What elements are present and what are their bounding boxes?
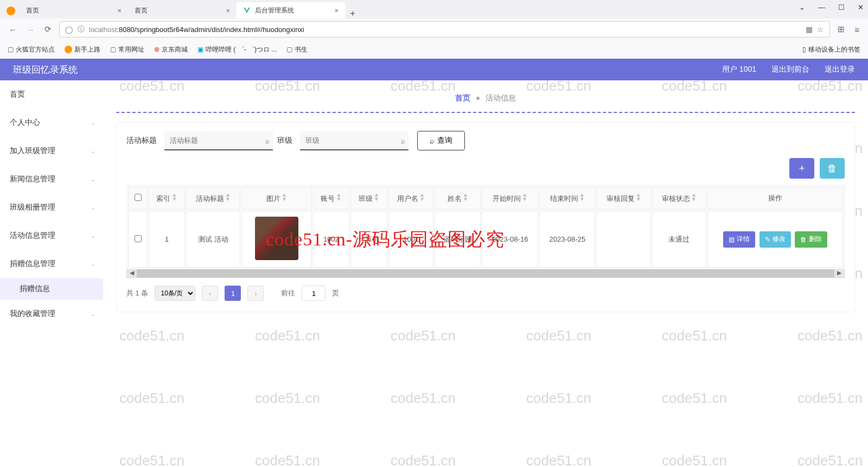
query-button[interactable]: ⌕查询 [417, 131, 465, 150]
folder-icon: ▢ [286, 46, 292, 53]
col-name: 姓名▲▼ [435, 187, 481, 210]
goto-unit: 页 [332, 288, 339, 298]
cell-status: 未通过 [652, 211, 706, 268]
search-label-class: 班级 [277, 136, 292, 146]
tab-title: 后台管理系统 [255, 6, 294, 15]
sidebar-item-donation[interactable]: 捐赠信息管理⌄ [0, 250, 103, 278]
app-title: 班级回忆录系统 [13, 64, 78, 76]
sort-icon[interactable]: ▲▼ [522, 193, 527, 201]
add-button[interactable]: + [789, 158, 814, 179]
sort-icon[interactable]: ▲▼ [225, 193, 231, 201]
bookmark-item[interactable]: 新手上路 [65, 45, 100, 54]
close-icon[interactable]: × [334, 7, 339, 15]
mobile-icon: ▯ [802, 46, 806, 53]
row-checkbox[interactable] [135, 235, 142, 242]
cell-end: 2023-08-25 [539, 211, 596, 268]
close-window-icon[interactable]: ✕ [858, 3, 864, 11]
reload-icon[interactable]: ⟳ [42, 22, 54, 36]
extension-icon[interactable]: ⊞ [835, 22, 847, 36]
sort-icon[interactable]: ▲▼ [636, 193, 641, 201]
browser-tab[interactable]: 首页× [20, 2, 128, 18]
select-all-checkbox[interactable] [135, 194, 142, 201]
prev-page-button[interactable]: ‹ [202, 286, 218, 301]
sidebar-item-home[interactable]: 首页 [0, 80, 103, 109]
page-number[interactable]: 1 [225, 286, 241, 301]
goto-input[interactable] [302, 286, 326, 301]
app-header: 班级回忆录系统 用户 1001 退出到前台 退出登录 [0, 59, 868, 80]
search-icon[interactable]: ⌕ [401, 137, 405, 145]
scroll-left-icon[interactable]: ◀ [127, 269, 137, 277]
bookmark-item[interactable]: ⊛京东商城 [154, 45, 188, 54]
url-bar[interactable]: ◯ ⓘ localhost:8080/springboot5r64w/admin… [59, 21, 830, 37]
sort-icon[interactable]: ▲▼ [282, 193, 287, 201]
chevron-down-icon[interactable]: ⌄ [799, 3, 805, 11]
sort-icon[interactable]: ▲▼ [691, 193, 697, 201]
star-icon[interactable]: ☆ [817, 25, 824, 34]
minimize-icon[interactable]: — [818, 3, 825, 11]
exit-front-link[interactable]: 退出到前台 [771, 65, 809, 74]
edit-button[interactable]: ✎修改 [760, 231, 791, 248]
cell-name: 源码乐园 [435, 211, 481, 268]
page-size-select[interactable]: 10条/页 [155, 286, 195, 301]
close-icon[interactable]: × [117, 7, 122, 15]
sort-icon[interactable]: ▲▼ [463, 193, 468, 201]
sort-icon[interactable]: ▲▼ [374, 193, 379, 201]
cell-index: 1 [149, 211, 185, 268]
sidebar-item-activity[interactable]: 活动信息管理⌄ [0, 222, 103, 250]
bookmark-item[interactable]: ▢常用网址 [110, 45, 144, 54]
chevron-down-icon: ⌄ [91, 311, 95, 318]
back-icon[interactable]: ← [7, 23, 19, 36]
sidebar-item-news[interactable]: 新闻信息管理⌄ [0, 165, 103, 193]
sort-icon[interactable]: ▲▼ [171, 193, 177, 201]
browser-tab[interactable]: 首页× [128, 2, 237, 18]
search-icon[interactable]: ⌕ [265, 137, 270, 145]
bookmark-mobile[interactable]: ▯移动设备上的书签 [802, 45, 860, 54]
trash-icon: 🗑 [800, 236, 807, 243]
bookmark-item[interactable]: ▢书生 [286, 45, 308, 54]
col-title: 活动标题▲▼ [186, 187, 240, 210]
logout-link[interactable]: 退出登录 [825, 65, 855, 74]
sidebar-item-profile[interactable]: 个人中心⌄ [0, 109, 103, 137]
col-image: 图片▲▼ [241, 187, 312, 210]
cell-start: 2023-08-16 [482, 211, 538, 268]
col-class: 班级▲▼ [350, 187, 387, 210]
search-input-class[interactable] [300, 131, 409, 150]
batch-delete-button[interactable]: 🗑 [820, 158, 845, 179]
sort-icon[interactable]: ▲▼ [419, 193, 425, 201]
search-label-title: 活动标题 [126, 136, 157, 146]
scroll-right-icon[interactable]: ▶ [834, 269, 844, 277]
divider [116, 112, 855, 113]
col-user: 用户名▲▼ [388, 187, 434, 210]
browser-tab-active[interactable]: 后台管理系统× [237, 2, 345, 18]
bookmark-item[interactable]: ▣哔哩哔哩 ( ゜- ゜)つロ ... [197, 45, 277, 54]
crumb-home[interactable]: 首页 [455, 93, 470, 103]
sidebar-subitem-donation[interactable]: 捐赠信息 [0, 278, 103, 300]
sort-icon[interactable]: ▲▼ [579, 193, 585, 201]
horizontal-scrollbar[interactable]: ◀▶ [126, 269, 845, 278]
url-host: localhost [89, 26, 117, 34]
sidebar-item-album[interactable]: 班级相册管理⌄ [0, 193, 103, 222]
thumbnail-image[interactable] [255, 217, 298, 260]
chevron-down-icon: ⌄ [91, 176, 95, 183]
view-button[interactable]: ▤详情 [723, 231, 755, 248]
maximize-icon[interactable]: ☐ [838, 3, 845, 11]
doc-icon: ▤ [729, 236, 735, 243]
forward-icon[interactable]: → [24, 23, 37, 36]
next-page-button[interactable]: › [247, 286, 264, 301]
new-tab-button[interactable]: + [345, 9, 360, 18]
cell-title: 测试 活动 [186, 211, 240, 268]
chevron-down-icon: ⌄ [91, 148, 95, 155]
delete-button[interactable]: 🗑删除 [795, 231, 827, 248]
cell-class: 计算机 [350, 211, 387, 268]
crumb-sep: ● [476, 93, 480, 103]
sidebar-item-collection[interactable]: 我的收藏管理⌄ [0, 300, 103, 328]
col-status: 审核状态▲▼ [652, 187, 706, 210]
qr-icon[interactable]: ▦ [806, 25, 813, 34]
menu-icon[interactable]: ≡ [852, 23, 861, 36]
close-icon[interactable]: × [226, 7, 230, 15]
search-input-title[interactable] [164, 131, 273, 150]
sort-icon[interactable]: ▲▼ [336, 193, 341, 201]
user-label[interactable]: 用户 1001 [722, 65, 756, 74]
bookmark-item[interactable]: ▢火狐官方站点 [8, 45, 55, 54]
sidebar-item-class[interactable]: 加入班级管理⌄ [0, 137, 103, 165]
